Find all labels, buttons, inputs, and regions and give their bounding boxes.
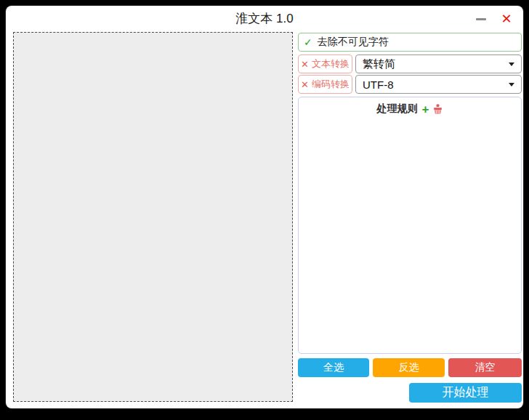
invert-selection-button[interactable]: 反选 <box>373 358 445 377</box>
dropdown-arrow-icon <box>509 62 514 66</box>
clear-rules-brush-icon[interactable] <box>433 104 443 114</box>
x-icon: ✕ <box>301 59 309 70</box>
option-text-convert-toggle[interactable]: ✕ 文本转换 <box>298 54 352 73</box>
processing-rules-title: 处理规则 <box>377 102 418 116</box>
window-controls: ✕ <box>475 6 513 32</box>
option-encoding-convert-toggle[interactable]: ✕ 编码转换 <box>298 75 352 94</box>
encoding-selected-value: UTF-8 <box>363 78 394 91</box>
dropdown-arrow-icon <box>509 83 514 86</box>
option-remove-invisible-chars[interactable]: ✓ 去除不可见字符 <box>298 33 522 52</box>
text-convert-selected-value: 繁转简 <box>363 57 395 71</box>
close-button[interactable]: ✕ <box>500 12 513 25</box>
minimize-icon <box>476 18 486 20</box>
add-rule-icon[interactable]: + <box>422 103 429 116</box>
processing-rules-header: 处理规则 + <box>299 102 521 116</box>
x-icon: ✕ <box>301 79 309 90</box>
start-processing-button[interactable]: 开始处理 <box>409 383 522 403</box>
check-icon: ✓ <box>304 36 312 48</box>
file-drop-zone[interactable] <box>13 32 293 402</box>
app-window: 淮文本 1.0 ✕ ✓ 去除不可见字符 ✕ 文本转换 繁转简 ✕ 编码转换 UT… <box>6 6 523 408</box>
select-all-button[interactable]: 全选 <box>298 358 369 377</box>
processing-rules-panel: 处理规则 + <box>298 97 522 354</box>
close-icon: ✕ <box>501 12 512 25</box>
clear-button[interactable]: 清空 <box>448 358 522 377</box>
text-convert-combobox[interactable]: 繁转简 <box>355 54 522 73</box>
encoding-convert-combobox[interactable]: UTF-8 <box>355 75 522 94</box>
option-remove-invisible-label: 去除不可见字符 <box>318 36 389 49</box>
titlebar: 淮文本 1.0 ✕ <box>6 6 523 32</box>
option-text-convert-label: 文本转换 <box>312 57 350 70</box>
minimize-button[interactable] <box>475 13 487 25</box>
window-title: 淮文本 1.0 <box>6 6 523 32</box>
option-encoding-convert-label: 编码转换 <box>312 78 350 91</box>
